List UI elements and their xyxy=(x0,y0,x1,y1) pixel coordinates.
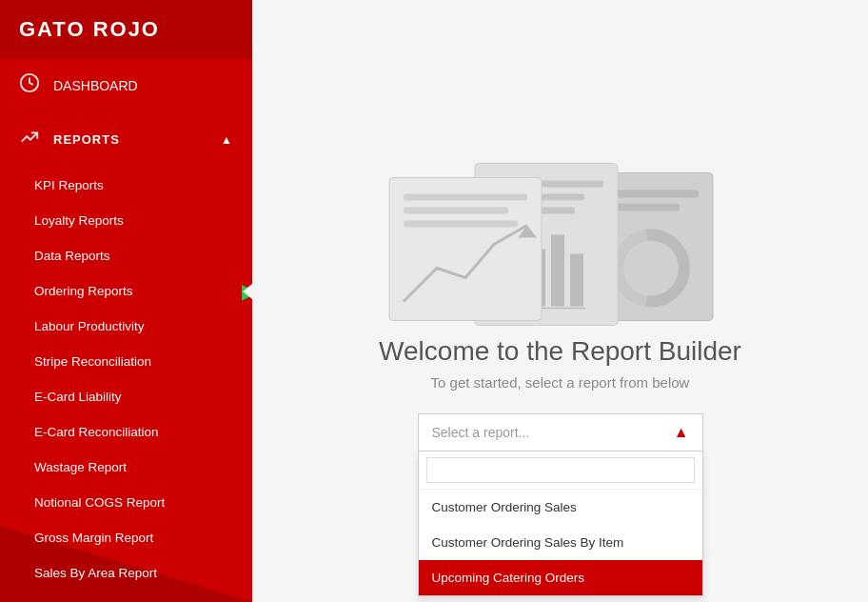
svg-rect-17 xyxy=(404,193,527,200)
dropdown-search-container xyxy=(419,452,702,490)
brand-name[interactable]: GATO ROJO xyxy=(0,0,252,59)
dashboard-label: DASHBOARD xyxy=(53,78,138,93)
sidebar-item-reports[interactable]: REPORTS ▲ xyxy=(0,111,252,168)
green-arrow-icon: ▶ xyxy=(242,280,252,303)
svg-rect-13 xyxy=(551,234,564,306)
sidebar-sub-data-reports[interactable]: Data Reports xyxy=(0,238,252,273)
sidebar-item-dashboard[interactable]: DASHBOARD xyxy=(0,59,252,111)
sidebar-sub-loyalty-reports[interactable]: Loyalty Reports xyxy=(0,203,252,238)
svg-rect-19 xyxy=(404,220,518,227)
report-dropdown-wrapper: Select a report... ▲ Customer Ordering S… xyxy=(418,413,703,452)
clock-icon xyxy=(19,72,40,98)
sidebar-sub-wastage-report[interactable]: Wastage Report xyxy=(0,450,252,485)
sidebar-sub-ecard-reconciliation[interactable]: E-Card Reconciliation xyxy=(0,414,252,450)
chevron-up-icon: ▲ xyxy=(221,133,233,147)
sidebar-sub-labour-productivity[interactable]: Labour Productivity xyxy=(0,309,252,344)
svg-rect-18 xyxy=(404,207,508,213)
dropdown-option-upcoming-catering-orders[interactable]: Upcoming Catering Orders xyxy=(419,560,702,595)
sidebar-sub-sales-by-area[interactable]: Sales By Area Report xyxy=(0,555,252,591)
dropdown-option-customer-ordering-sales[interactable]: Customer Ordering Sales xyxy=(419,490,702,525)
welcome-subtitle: To get started, select a report from bel… xyxy=(431,374,690,391)
sidebar-sub-gross-margin[interactable]: Gross Margin Report xyxy=(0,520,252,555)
welcome-title: Welcome to the Report Builder xyxy=(379,336,741,367)
reports-label: REPORTS xyxy=(53,132,120,147)
svg-rect-14 xyxy=(570,253,583,306)
report-dropdown-menu: Customer Ordering Sales Customer Orderin… xyxy=(418,452,703,596)
sidebar-sub-ecard-liability[interactable]: E-Card Liability xyxy=(0,379,252,414)
dropdown-search-input[interactable] xyxy=(426,457,695,483)
sidebar-sub-notional-cogs[interactable]: Notional COGS Report xyxy=(0,485,252,520)
dropdown-arrow-icon: ▲ xyxy=(674,424,689,441)
sidebar-sub-ordering-reports[interactable]: Ordering Reports ▶ xyxy=(0,273,252,309)
sidebar: GATO ROJO DASHBOARD REPORTS ▲ KPI Report… xyxy=(0,0,252,602)
report-select-trigger[interactable]: Select a report... ▲ xyxy=(418,413,703,452)
dropdown-option-customer-ordering-sales-by-item[interactable]: Customer Ordering Sales By Item xyxy=(419,525,702,560)
main-content: Welcome to the Report Builder To get sta… xyxy=(252,0,868,602)
sidebar-sub-kpi-reports[interactable]: KPI Reports xyxy=(0,168,252,203)
dropdown-placeholder: Select a report... xyxy=(432,425,530,440)
sidebar-sub-stripe-reconciliation[interactable]: Stripe Reconciliation xyxy=(0,344,252,379)
report-builder-illustration xyxy=(370,151,751,336)
reports-icon xyxy=(19,127,40,152)
